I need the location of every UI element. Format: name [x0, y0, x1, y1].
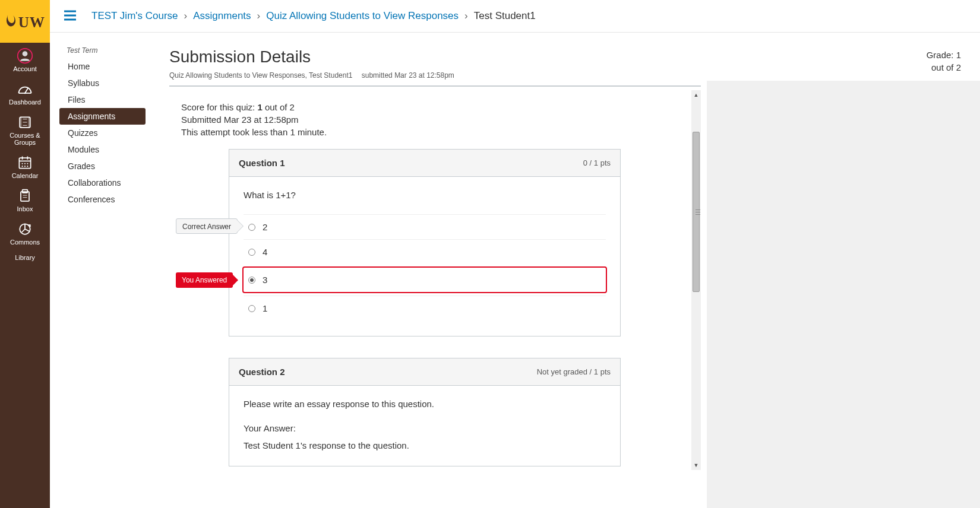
answer-label: 3 — [263, 275, 267, 285]
nav-courses-label: Courses & Groups — [0, 132, 50, 146]
question-points: Not yet graded / 1 pts — [537, 367, 611, 376]
course-nav-syllabus[interactable]: Syllabus — [59, 75, 146, 91]
svg-point-20 — [24, 166, 26, 167]
commons-icon — [17, 221, 33, 237]
course-nav: Test Term Home Syllabus Files Assignment… — [59, 46, 146, 208]
question-1: Question 1 0 / 1 pts What is 1+1? Correc… — [229, 149, 621, 336]
quiz-inner: Score for this quiz: 1 out of 2 Submitte… — [169, 90, 693, 470]
answer-option-selected-wrong: You Answered 3 — [242, 266, 607, 293]
question-body: What is 1+1? Correct Answer 2 4 You Answ… — [229, 177, 620, 336]
svg-line-4 — [25, 88, 28, 93]
nav-calendar[interactable]: Calendar — [0, 150, 50, 183]
nav-account[interactable]: Account — [0, 43, 50, 76]
crumb-course[interactable]: TEST Jim's Course — [91, 10, 178, 22]
courses-icon — [17, 114, 33, 131]
course-nav-home[interactable]: Home — [59, 58, 146, 75]
scroll-thumb[interactable] — [693, 132, 700, 292]
nav-library[interactable]: Library — [0, 249, 50, 265]
question-body: Please write an essay response to this q… — [229, 386, 620, 466]
page-title: Submission Details — [169, 47, 701, 66]
divider — [169, 85, 701, 87]
svg-point-16 — [22, 163, 23, 164]
question-points: 0 / 1 pts — [583, 158, 611, 167]
global-nav: UW Account Dashboard Courses & Groups — [0, 0, 50, 508]
essay-response: Test Student 1's response to the questio… — [244, 440, 606, 450]
right-rail — [707, 81, 980, 508]
course-nav-conferences[interactable]: Conferences — [59, 191, 146, 208]
institution-logo[interactable]: UW — [0, 0, 50, 43]
answer-option: Correct Answer 2 — [244, 214, 606, 239]
nav-commons[interactable]: Commons — [0, 216, 50, 249]
frame-scrollbar[interactable]: ▲ ▼ — [691, 90, 701, 470]
svg-rect-8 — [28, 117, 30, 128]
svg-text:UW: UW — [18, 14, 45, 30]
radio-icon-checked — [248, 277, 255, 284]
uw-logo-icon: UW — [4, 7, 46, 36]
question-title: Question 2 — [239, 367, 285, 377]
nav-courses[interactable]: Courses & Groups — [0, 109, 50, 150]
submission-subline: Quiz Allowing Students to View Responses… — [169, 71, 701, 80]
course-nav-grades[interactable]: Grades — [59, 158, 146, 174]
course-nav-quizzes[interactable]: Quizzes — [59, 125, 146, 141]
scroll-up-arrow[interactable]: ▲ — [691, 90, 701, 100]
correct-answer-tag: Correct Answer — [176, 218, 238, 234]
subline-quiz: Quiz Allowing Students to View Responses… — [169, 71, 352, 80]
question-header: Question 2 Not yet graded / 1 pts — [229, 358, 620, 386]
answer-label: 4 — [263, 247, 267, 257]
crumb-student: Test Student1 — [474, 10, 536, 22]
nav-inbox[interactable]: Inbox — [0, 183, 50, 216]
quiz-meta: Score for this quiz: 1 out of 2 Submitte… — [181, 101, 693, 138]
svg-point-18 — [27, 163, 28, 164]
scroll-down-arrow[interactable]: ▼ — [691, 461, 701, 470]
course-nav-toggle[interactable] — [63, 8, 77, 24]
hamburger-icon — [63, 8, 77, 23]
nav-account-label: Account — [0, 65, 50, 72]
you-answered-tag: You Answered — [176, 272, 233, 288]
nav-library-label: Library — [0, 254, 50, 261]
course-nav-assignments[interactable]: Assignments — [59, 108, 146, 125]
svg-point-21 — [27, 166, 28, 167]
answer-option: 1 — [244, 296, 606, 320]
quiz-submitted-line: Submitted Mar 23 at 12:58pm — [181, 113, 693, 126]
course-nav-collaborations[interactable]: Collaborations — [59, 174, 146, 191]
dashboard-icon — [17, 81, 33, 97]
course-nav-files[interactable]: Files — [59, 91, 146, 108]
nav-calendar-label: Calendar — [0, 172, 50, 179]
course-nav-modules[interactable]: Modules — [59, 141, 146, 158]
question-header: Question 1 0 / 1 pts — [229, 150, 620, 177]
grade-line2: out of 2 — [902, 61, 961, 74]
answer-label: 1 — [263, 303, 267, 313]
quiz-frame: ▲ ▼ Score for this quiz: 1 out of 2 Subm… — [169, 90, 701, 470]
question-title: Question 1 — [239, 158, 285, 168]
svg-point-2 — [23, 51, 28, 56]
radio-icon — [248, 305, 255, 312]
quiz-duration-line: This attempt took less than 1 minute. — [181, 126, 693, 138]
account-icon — [17, 47, 33, 64]
your-answer-label: Your Answer: — [244, 423, 606, 433]
question-text: Please write an essay response to this q… — [244, 399, 606, 409]
svg-point-19 — [22, 166, 23, 167]
grade-summary: Grade: 1 out of 2 — [902, 49, 961, 74]
crumb-quiz[interactable]: Quiz Allowing Students to View Responses — [266, 10, 459, 22]
grade-line1: Grade: 1 — [902, 49, 961, 61]
crumb-assignments[interactable]: Assignments — [193, 10, 251, 22]
inbox-icon — [17, 188, 33, 204]
radio-icon — [248, 224, 255, 231]
crumb-sep: › — [464, 10, 468, 22]
svg-point-5 — [24, 93, 26, 94]
main-content: Submission Details Quiz Allowing Student… — [169, 47, 701, 470]
course-term: Test Term — [59, 46, 146, 55]
crumb-sep: › — [184, 10, 188, 22]
question-2: Question 2 Not yet graded / 1 pts Please… — [229, 358, 621, 466]
nav-commons-label: Commons — [0, 239, 50, 246]
breadcrumb-bar: TEST Jim's Course › Assignments › Quiz A… — [50, 0, 980, 33]
nav-inbox-label: Inbox — [0, 205, 50, 212]
svg-rect-7 — [20, 117, 22, 128]
answer-label: 2 — [263, 222, 267, 232]
crumb-sep: › — [257, 10, 261, 22]
quiz-score-line: Score for this quiz: 1 out of 2 — [181, 101, 693, 113]
subline-submitted: submitted Mar 23 at 12:58pm — [362, 71, 454, 80]
radio-icon — [248, 249, 255, 256]
question-text: What is 1+1? — [244, 190, 606, 200]
nav-dashboard[interactable]: Dashboard — [0, 76, 50, 109]
